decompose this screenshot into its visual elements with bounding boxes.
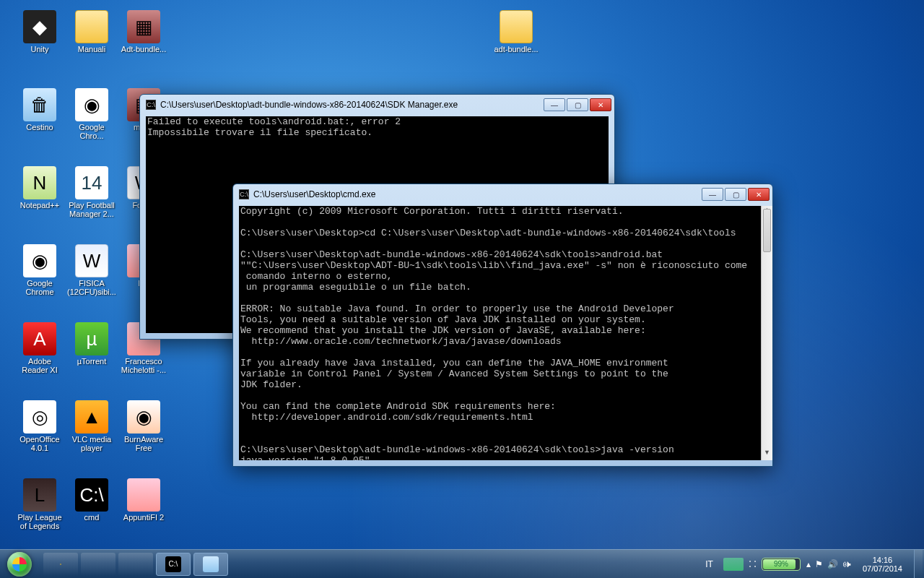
scroll-thumb[interactable] — [763, 209, 771, 252]
tray-icon[interactable]: 🔊 — [827, 559, 838, 569]
desktop-icon-label: µTorrent — [66, 357, 117, 366]
scroll-down-icon[interactable]: ▼ — [762, 449, 772, 460]
console-output[interactable]: Copyright (c) 2009 Microsoft Corporation… — [239, 206, 761, 460]
taskbar-pin-app[interactable] — [118, 553, 153, 576]
desktop-icon-label: Google Chro... — [66, 123, 117, 140]
desktop-icon-cestino[interactable]: 🗑Cestino — [14, 88, 65, 131]
desktop-icon-label: cmd — [66, 513, 117, 522]
language-indicator[interactable]: IT — [701, 559, 718, 569]
npp-icon: N — [23, 166, 56, 199]
desktop-icon-adtbundle1[interactable]: ▦Adt-bundle... — [118, 10, 169, 53]
desktop-icon-label: FISICA (12CFU)sibi... — [66, 279, 117, 296]
appunti-icon — [127, 478, 160, 512]
windows-orb-icon — [7, 552, 32, 577]
taskbar-pin-chrome[interactable] — [81, 553, 116, 576]
desktop-icon-vlc[interactable]: ▲VLC media player — [66, 400, 117, 452]
network-icon[interactable] — [723, 558, 744, 571]
desktop-icon-playfootball[interactable]: 14Play Football Manager 2... — [66, 166, 117, 218]
desktop-icon-label: Play League of Legends — [14, 513, 65, 530]
desktop-icon-burnaware[interactable]: ◉BurnAware Free — [118, 400, 169, 452]
gchrome2-icon: ◉ — [23, 244, 56, 277]
desktop-icon-cmd-lnk[interactable]: C:\cmd — [66, 478, 117, 522]
gchrome-lnk-icon: ◉ — [75, 88, 108, 121]
desktop-icon-label: Notepad++ — [14, 201, 65, 210]
taskbar-task-explorer[interactable] — [193, 553, 228, 576]
desktop-icon-fisica[interactable]: WFISICA (12CFU)sibi... — [66, 244, 117, 296]
window-title: C:\Users\user\Desktop\cmd.exe — [253, 189, 697, 199]
adobe-icon: A — [23, 322, 56, 355]
desktop-icon-openoffice[interactable]: ◎OpenOffice 4.0.1 — [14, 400, 65, 452]
system-tray: IT ⸬ 99% ▴ ⚑ 🔊 🕪 14:16 07/07/2014 — [701, 550, 924, 578]
desktop-icon-label: Google Chrome — [14, 279, 65, 296]
cmd-icon: C:\ — [146, 100, 156, 110]
battery-indicator[interactable]: 99% — [762, 558, 801, 571]
cestino-icon: 🗑 — [23, 88, 56, 121]
desktop-icon-lol[interactable]: LPlay League of Legends — [14, 478, 65, 530]
cmd-icon: C:\ — [239, 189, 249, 199]
vertical-scrollbar[interactable]: ▲ ▼ — [761, 206, 772, 460]
adtbundle2-icon — [500, 10, 533, 43]
clock[interactable]: 14:16 07/07/2014 — [857, 556, 908, 573]
wifi-icon[interactable]: ⸬ — [749, 558, 756, 570]
fisica-icon: W — [75, 244, 108, 277]
desktop-icon-unity[interactable]: ◆Unity — [14, 10, 65, 53]
unity-icon: ◆ — [23, 10, 56, 43]
tray-expand-icon[interactable]: ▴ — [806, 559, 811, 569]
vlc-icon: ▲ — [75, 400, 108, 434]
desktop-icon-label: Cestino — [14, 123, 65, 131]
utorrent-icon: µ — [75, 322, 108, 355]
desktop-icon-label: Adobe Reader XI — [14, 357, 65, 374]
minimize-button[interactable]: — — [544, 98, 565, 111]
maximize-button[interactable]: ▢ — [567, 98, 588, 111]
desktop-icon-appunti[interactable]: AppuntiFI 2 — [118, 478, 169, 522]
taskbar-task-cmd[interactable]: C:\ — [156, 553, 191, 576]
desktop-icon-label: BurnAware Free — [118, 435, 169, 452]
show-desktop-button[interactable] — [914, 550, 923, 579]
desktop-icon-label: VLC media player — [66, 435, 117, 452]
close-button[interactable]: ✕ — [748, 188, 770, 201]
taskbar-pin-explorer[interactable] — [43, 553, 78, 576]
manuali-icon — [75, 10, 108, 43]
desktop-icon-label: Francesco Michelotti -... — [118, 357, 169, 374]
close-button[interactable]: ✕ — [590, 98, 611, 111]
desktop-icon-label: adt-bundle... — [491, 45, 541, 53]
clock-date: 07/07/2014 — [863, 564, 902, 573]
cmd-icon: C:\ — [165, 556, 181, 572]
lol-icon: L — [23, 478, 56, 512]
titlebar[interactable]: C:\ C:\Users\user\Desktop\adt-bundle-win… — [140, 95, 614, 115]
desktop-icon-label: AppuntiFI 2 — [118, 513, 169, 522]
minimize-button[interactable]: — — [702, 188, 723, 201]
desktop-icon-adobe[interactable]: AAdobe Reader XI — [14, 322, 65, 374]
taskbar: C:\ IT ⸬ 99% ▴ ⚑ 🔊 🕪 14:16 07/07/2014 — [0, 549, 924, 578]
desktop-icon-label: Manuali — [66, 45, 117, 53]
playfootball-icon: 14 — [75, 166, 108, 199]
desktop-icon-adtbundle2[interactable]: adt-bundle... — [491, 10, 541, 53]
volume-icon[interactable]: 🕪 — [842, 559, 851, 569]
desktop-icon-label: Adt-bundle... — [118, 45, 169, 53]
desktop-icon-utorrent[interactable]: µµTorrent — [66, 322, 117, 366]
folder-icon — [60, 564, 61, 565]
desktop-icon-label: Play Football Manager 2... — [66, 201, 117, 218]
explorer-icon — [203, 556, 219, 572]
clock-time: 14:16 — [863, 556, 902, 564]
desktop-icon-label: Unity — [14, 45, 65, 53]
window-title: C:\Users\user\Desktop\adt-bundle-windows… — [160, 100, 539, 110]
burnaware-icon: ◉ — [127, 400, 160, 434]
start-button[interactable] — [0, 550, 39, 579]
adtbundle1-icon: ▦ — [127, 10, 160, 43]
desktop-icon-gchrome2[interactable]: ◉Google Chrome — [14, 244, 65, 296]
desktop-icon-label: OpenOffice 4.0.1 — [14, 435, 65, 452]
titlebar[interactable]: C:\ C:\Users\user\Desktop\cmd.exe — ▢ ✕ — [233, 184, 772, 204]
desktop-icon-npp[interactable]: NNotepad++ — [14, 166, 65, 210]
openoffice-icon: ◎ — [23, 400, 56, 434]
desktop-icon-gchrome-lnk[interactable]: ◉Google Chro... — [66, 88, 117, 140]
desktop-icon-manuali[interactable]: Manuali — [66, 10, 117, 53]
action-center-icon[interactable]: ⚑ — [815, 559, 823, 569]
maximize-button[interactable]: ▢ — [725, 188, 746, 201]
cmd-lnk-icon: C:\ — [75, 478, 108, 512]
cmd-window[interactable]: C:\ C:\Users\user\Desktop\cmd.exe — ▢ ✕ … — [232, 184, 773, 467]
